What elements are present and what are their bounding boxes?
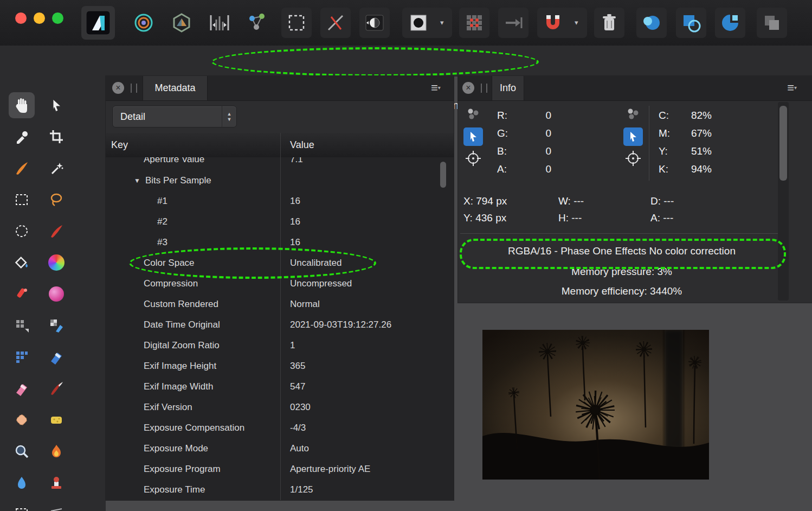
color-sampler-icon[interactable] xyxy=(622,104,644,124)
layer-pie-icon[interactable] xyxy=(717,10,743,36)
position-cell: X: 794 px xyxy=(463,195,558,212)
metadata-row[interactable]: CompressionUncompressed xyxy=(106,273,454,294)
ellipse-marquee-tool[interactable] xyxy=(4,215,39,247)
metadata-row[interactable]: Exif Image Height365 xyxy=(106,356,454,376)
position-cell: W: --- xyxy=(558,195,650,212)
diagonal-line-icon[interactable] xyxy=(323,10,349,36)
app-toolbar: ▾ ▾ xyxy=(0,0,812,46)
color-sampler-icon[interactable] xyxy=(462,104,484,124)
zoom-window-button[interactable] xyxy=(52,12,63,24)
minimize-window-button[interactable] xyxy=(34,12,45,24)
metadata-row[interactable]: Custom RenderedNormal xyxy=(106,294,454,315)
cmyk-readout: C:82%M:67%Y:51%K:94% xyxy=(659,106,712,178)
target-crosshair-icon[interactable] xyxy=(462,149,484,168)
pixel-grid-red-icon[interactable] xyxy=(461,10,487,36)
rgba-icon-column xyxy=(462,104,484,168)
marquee-partial-tool[interactable] xyxy=(4,499,39,511)
magnet-dropdown-caret[interactable]: ▾ xyxy=(575,18,578,27)
metadata-row[interactable]: Exif Version0230 xyxy=(106,397,454,418)
arrow-export-icon[interactable] xyxy=(500,10,526,36)
metadata-row[interactable]: Exposure ModeAuto xyxy=(106,438,454,459)
snapping-magnet-icon[interactable] xyxy=(540,10,566,36)
geometry-hub-icon[interactable] xyxy=(169,10,195,36)
layer-blue-circle-icon[interactable] xyxy=(639,10,665,36)
color-readout-row: Y:51% xyxy=(659,142,712,160)
value-column-header[interactable]: Value xyxy=(280,139,314,151)
histogram-icon[interactable] xyxy=(207,10,233,36)
node-link-icon[interactable] xyxy=(244,10,270,36)
panel-drag-handle[interactable] xyxy=(481,84,487,93)
affinity-photo-logo[interactable] xyxy=(85,8,111,38)
metadata-row[interactable]: Digital Zoom Ratio1 xyxy=(106,335,454,356)
info-menu-icon[interactable]: ≡▾ xyxy=(787,81,797,94)
clone-stamp-tool[interactable] xyxy=(39,467,74,499)
freehand-select-tool[interactable] xyxy=(39,184,74,215)
color-picker-tool[interactable] xyxy=(4,121,39,152)
cursor-selected-icon[interactable] xyxy=(462,127,484,146)
metadata-row[interactable]: Exposure Compensation-4/3 xyxy=(106,418,454,438)
disclosure-triangle-icon[interactable]: ▼ xyxy=(134,177,140,184)
sponge-tool[interactable] xyxy=(39,404,74,436)
color-readout-row: R:0 xyxy=(497,106,551,124)
crayon-tool[interactable] xyxy=(4,278,39,310)
view-hand-tool[interactable] xyxy=(4,90,39,121)
paint-brush-tool[interactable] xyxy=(4,152,39,184)
trash-icon[interactable] xyxy=(596,10,622,36)
pixel-brush-tool[interactable] xyxy=(39,215,74,247)
flip-view-icon[interactable] xyxy=(362,10,388,36)
pattern-erase-tool[interactable] xyxy=(39,310,74,341)
patch-tool[interactable] xyxy=(4,404,39,436)
rect-marquee-tool[interactable] xyxy=(4,184,39,215)
gradient-wheel-tool[interactable] xyxy=(39,247,74,278)
close-panel-icon[interactable]: × xyxy=(112,82,124,94)
info-scrollbar-thumb[interactable] xyxy=(779,106,787,181)
zoom-tool[interactable] xyxy=(4,436,39,467)
burn-tool[interactable] xyxy=(39,436,74,467)
metadata-preset-dropdown[interactable]: Detail ▲▼ xyxy=(112,106,237,127)
tab-metadata[interactable]: Metadata xyxy=(143,76,208,100)
metadata-row[interactable]: Color SpaceUncalibrated xyxy=(106,253,454,273)
flood-select-tool[interactable] xyxy=(39,152,74,184)
metadata-row[interactable]: ▼Bits Per Sample xyxy=(106,170,454,191)
metadata-scrollbar-thumb[interactable] xyxy=(440,162,446,188)
dodge-droplet-tool[interactable] xyxy=(4,467,39,499)
layer-square-circle-icon[interactable] xyxy=(678,10,704,36)
move-tool[interactable] xyxy=(39,90,74,121)
panel-drag-handle[interactable] xyxy=(131,84,137,93)
marquee-icon[interactable] xyxy=(283,10,310,36)
metadata-row[interactable]: #316 xyxy=(106,232,454,253)
column-divider[interactable] xyxy=(280,133,281,500)
layers-disabled-icon[interactable] xyxy=(759,10,785,36)
metadata-row[interactable]: Aperture Value7.1 xyxy=(106,157,454,170)
cmyk-icon-column xyxy=(622,104,644,168)
swatch-circle-icon[interactable] xyxy=(405,10,431,36)
pixel-grid-tool[interactable] xyxy=(4,310,39,341)
close-window-button[interactable] xyxy=(15,12,27,24)
color-hub-icon[interactable] xyxy=(131,10,157,36)
mesh-partial-tool[interactable] xyxy=(39,499,74,511)
metadata-menu-icon[interactable]: ≡▾ xyxy=(431,81,441,94)
tab-info[interactable]: Info xyxy=(492,76,524,100)
crop-tool[interactable] xyxy=(39,121,74,152)
metadata-row[interactable]: Exif Image Width547 xyxy=(106,376,454,397)
position-cell: D: --- xyxy=(650,195,767,212)
background-erase-tool[interactable] xyxy=(39,341,74,373)
rgba-readout: R:0G:0B:0A:0 xyxy=(497,106,551,178)
memory-efficiency-text: Memory efficiency: 3440% xyxy=(459,285,784,297)
mixer-brush-tool[interactable] xyxy=(39,373,74,404)
key-column-header[interactable]: Key xyxy=(106,139,280,151)
smudge-tool[interactable] xyxy=(39,278,74,310)
grid-blue-tool[interactable] xyxy=(4,341,39,373)
metadata-row[interactable]: Date Time Original2021-09-03T19:12:27.26 xyxy=(106,315,454,335)
flood-fill-tool[interactable] xyxy=(4,247,39,278)
metadata-row[interactable]: Exposure ProgramAperture-priority AE xyxy=(106,459,454,480)
pink-eraser-tool[interactable] xyxy=(4,373,39,404)
metadata-row[interactable]: #216 xyxy=(106,212,454,232)
close-panel-icon[interactable]: × xyxy=(462,82,474,94)
target-crosshair-icon[interactable] xyxy=(622,149,644,168)
cursor-selected-icon[interactable] xyxy=(622,127,644,146)
metadata-row[interactable]: #116 xyxy=(106,191,454,212)
swatch-dropdown-caret[interactable]: ▾ xyxy=(440,18,444,27)
metadata-rows: Aperture Value7.1▼Bits Per Sample#116#21… xyxy=(106,157,454,500)
metadata-row[interactable]: Exposure Time1/125 xyxy=(106,480,454,500)
